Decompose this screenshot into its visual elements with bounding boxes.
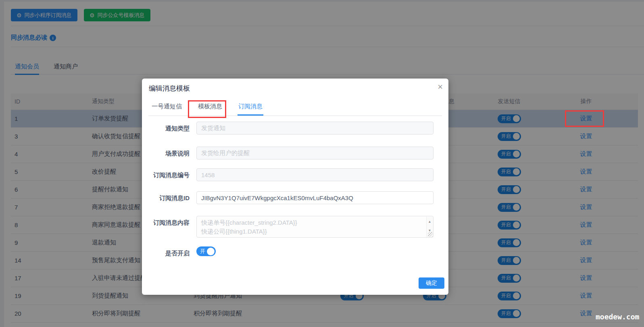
field-label: 订阅消息内容 xyxy=(142,219,190,227)
form-input[interactable]: JIBgvN3Y1Q7uivE7WkgpgcXca1kES0mvLuF4baQx… xyxy=(196,191,434,204)
watermark: moedew.com xyxy=(596,313,639,321)
field-label: 订阅消息编号 xyxy=(142,172,190,179)
tab-template-message[interactable]: 模板消息 xyxy=(198,103,222,116)
resize-grip[interactable] xyxy=(428,232,433,237)
enable-toggle[interactable]: 开 xyxy=(196,246,216,256)
form-input[interactable]: 发货通知 xyxy=(196,122,434,135)
toggle-knob xyxy=(207,248,215,255)
tab-subscribe-message[interactable]: 订阅消息 xyxy=(238,103,263,116)
field-label: 场景说明 xyxy=(142,150,190,157)
field-label: 是否开启 xyxy=(142,250,190,257)
modal-title: 编辑消息模板 xyxy=(149,84,190,93)
tab-sms[interactable]: 一号通短信 xyxy=(152,103,182,116)
confirm-button[interactable]: 确定 xyxy=(419,277,444,289)
toggle-label: 开 xyxy=(200,248,205,255)
field-label: 通知类型 xyxy=(142,125,190,132)
close-icon[interactable]: × xyxy=(438,83,443,91)
scroll-up-icon[interactable]: ▲ xyxy=(428,217,431,226)
modal-tabs: 一号通短信 模板消息 订阅消息 xyxy=(148,103,442,116)
form-textarea[interactable]: 快递单号{{character_string2.DATA}} 快递公司{{thi… xyxy=(196,216,434,238)
edit-message-template-modal: 编辑消息模板 × 一号通短信 模板消息 订阅消息 通知类型发货通知场景说明发货给… xyxy=(142,79,448,295)
field-label: 订阅消息ID xyxy=(142,195,190,202)
form-input[interactable]: 1458 xyxy=(196,168,434,181)
form-input[interactable]: 发货给用户的提醒 xyxy=(196,147,434,159)
